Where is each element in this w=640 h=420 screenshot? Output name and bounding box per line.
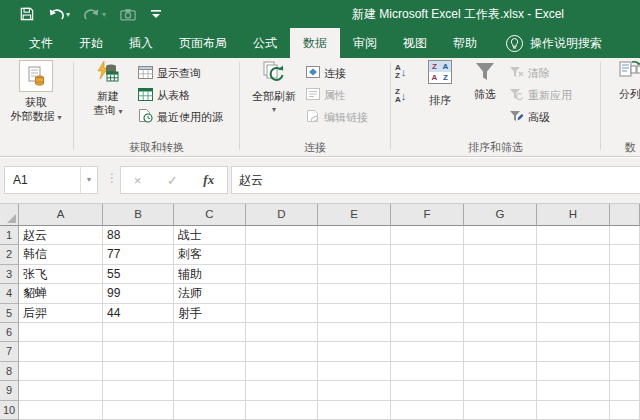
tab-review[interactable]: 审阅	[340, 28, 390, 58]
cell-F5[interactable]	[391, 304, 464, 323]
row-header-5[interactable]: 5	[0, 304, 19, 323]
cell-C8[interactable]	[174, 362, 246, 381]
row-header-10[interactable]: 10	[0, 401, 19, 420]
cell-B2[interactable]: 77	[103, 245, 174, 264]
cell-C9[interactable]	[174, 381, 246, 400]
cell-A1[interactable]: 赵云	[19, 226, 103, 245]
cell-C5[interactable]: 射手	[174, 304, 246, 323]
cell-B7[interactable]	[103, 342, 174, 361]
column-header-partial[interactable]	[610, 204, 640, 226]
cell-B3[interactable]: 55	[103, 265, 174, 284]
advanced-filter-button[interactable]: 高级	[509, 106, 572, 128]
cell-E4[interactable]	[318, 284, 391, 303]
cell-D2[interactable]	[246, 245, 318, 264]
cell-partial-4[interactable]	[610, 284, 640, 303]
cell-H4[interactable]	[537, 284, 610, 303]
cell-E8[interactable]	[318, 362, 391, 381]
cell-E5[interactable]	[318, 304, 391, 323]
tab-home[interactable]: 开始	[66, 28, 116, 58]
cell-partial-8[interactable]	[610, 362, 640, 381]
cell-F10[interactable]	[391, 401, 464, 420]
cell-D8[interactable]	[246, 362, 318, 381]
formula-input[interactable]: 赵云	[231, 166, 640, 194]
cell-F4[interactable]	[391, 284, 464, 303]
cell-C6[interactable]	[174, 323, 246, 342]
undo-icon[interactable]: ▾	[48, 4, 70, 24]
cell-D6[interactable]	[246, 323, 318, 342]
insert-function-icon[interactable]: fx	[203, 172, 214, 188]
cell-B10[interactable]	[103, 401, 174, 420]
tell-me-search[interactable]: 操作说明搜索	[506, 28, 602, 58]
sort-ascending-button[interactable]: AZ↓	[395, 64, 406, 80]
cell-H5[interactable]	[537, 304, 610, 323]
cell-H7[interactable]	[537, 342, 610, 361]
customize-quick-access-icon[interactable]	[150, 4, 162, 24]
tab-file[interactable]: 文件	[16, 28, 66, 58]
tab-view[interactable]: 视图	[390, 28, 440, 58]
filter-button[interactable]: 筛选	[465, 60, 505, 101]
cell-D9[interactable]	[246, 381, 318, 400]
undo-dropdown-caret[interactable]: ▾	[66, 10, 70, 19]
cell-G1[interactable]	[464, 226, 537, 245]
from-table-button[interactable]: 从表格	[138, 84, 223, 106]
row-header-8[interactable]: 8	[0, 362, 19, 381]
cell-B5[interactable]: 44	[103, 304, 174, 323]
sort-button[interactable]: ZAAZ 排序	[419, 60, 461, 107]
cell-D7[interactable]	[246, 342, 318, 361]
cell-A10[interactable]	[19, 401, 103, 420]
cell-C7[interactable]	[174, 342, 246, 361]
cell-G2[interactable]	[464, 245, 537, 264]
cell-E2[interactable]	[318, 245, 391, 264]
cell-A6[interactable]	[19, 323, 103, 342]
cell-H9[interactable]	[537, 381, 610, 400]
cell-F7[interactable]	[391, 342, 464, 361]
cell-G6[interactable]	[464, 323, 537, 342]
cell-A5[interactable]: 后羿	[19, 304, 103, 323]
cell-E1[interactable]	[318, 226, 391, 245]
cell-E6[interactable]	[318, 323, 391, 342]
cell-A8[interactable]	[19, 362, 103, 381]
cell-B8[interactable]	[103, 362, 174, 381]
column-header-B[interactable]: B	[103, 204, 174, 226]
row-header-1[interactable]: 1	[0, 226, 19, 245]
cell-A9[interactable]	[19, 381, 103, 400]
cell-B1[interactable]: 88	[103, 226, 174, 245]
cell-B9[interactable]	[103, 381, 174, 400]
cell-F6[interactable]	[391, 323, 464, 342]
cell-C1[interactable]: 战士	[174, 226, 246, 245]
cell-B4[interactable]: 99	[103, 284, 174, 303]
cell-F8[interactable]	[391, 362, 464, 381]
cell-D4[interactable]	[246, 284, 318, 303]
row-header-2[interactable]: 2	[0, 245, 19, 264]
cell-H1[interactable]	[537, 226, 610, 245]
text-to-columns-button[interactable]: 分列	[608, 60, 640, 101]
cell-H2[interactable]	[537, 245, 610, 264]
cell-G9[interactable]	[464, 381, 537, 400]
tab-help[interactable]: 帮助	[440, 28, 490, 58]
select-all-corner[interactable]	[0, 204, 19, 226]
row-header-3[interactable]: 3	[0, 265, 19, 284]
cell-A4[interactable]: 貂蝉	[19, 284, 103, 303]
cell-F1[interactable]	[391, 226, 464, 245]
formula-bar-resize-handle[interactable]: ⋮	[106, 171, 118, 185]
cell-F2[interactable]	[391, 245, 464, 264]
cell-E9[interactable]	[318, 381, 391, 400]
cell-partial-6[interactable]	[610, 323, 640, 342]
recent-sources-button[interactable]: 最近使用的源	[138, 106, 223, 128]
cell-partial-1[interactable]	[610, 226, 640, 245]
cell-H3[interactable]	[537, 265, 610, 284]
cell-E7[interactable]	[318, 342, 391, 361]
cell-D10[interactable]	[246, 401, 318, 420]
cell-G7[interactable]	[464, 342, 537, 361]
row-header-4[interactable]: 4	[0, 284, 19, 303]
column-header-D[interactable]: D	[246, 204, 318, 226]
cell-C2[interactable]: 刺客	[174, 245, 246, 264]
column-header-F[interactable]: F	[391, 204, 464, 226]
cell-A3[interactable]: 张飞	[19, 265, 103, 284]
tab-data[interactable]: 数据	[290, 28, 340, 58]
tab-page-layout[interactable]: 页面布局	[166, 28, 240, 58]
cell-A7[interactable]	[19, 342, 103, 361]
cell-partial-3[interactable]	[610, 265, 640, 284]
save-icon[interactable]	[20, 4, 34, 24]
get-external-data-button[interactable]: 获取 外部数据 ▾	[4, 60, 68, 125]
